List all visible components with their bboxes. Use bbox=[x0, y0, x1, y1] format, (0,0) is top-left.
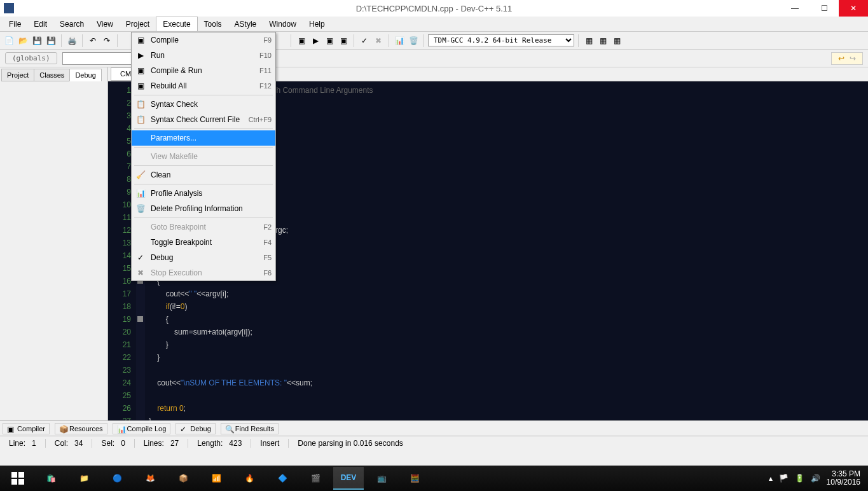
menu-item-syntax-check-current-file[interactable]: 📋Syntax Check Current FileCtrl+F9 bbox=[132, 112, 275, 127]
tool-b-icon[interactable]: ▦ bbox=[596, 34, 609, 47]
menu-astyle[interactable]: AStyle bbox=[228, 17, 263, 31]
statusbar: Line: 1 Col: 34 Sel: 0 Lines: 27 Length:… bbox=[0, 436, 868, 450]
maximize-button[interactable]: ☐ bbox=[809, 0, 839, 17]
menu-item-syntax-check[interactable]: 📋Syntax Check bbox=[132, 97, 275, 112]
save-icon[interactable]: 💾 bbox=[31, 34, 43, 47]
menu-project[interactable]: Project bbox=[120, 17, 156, 31]
minimize-button[interactable]: — bbox=[780, 0, 809, 17]
run-icon: ▶ bbox=[135, 50, 146, 60]
menu-item-compile-run[interactable]: ▣Compile & RunF11 bbox=[132, 63, 275, 78]
menu-item-stop-execution: ✖Stop ExecutionF6 bbox=[132, 265, 275, 280]
bottomtab-compile-log[interactable]: 📊Compile Log bbox=[113, 423, 171, 434]
redo-icon[interactable]: ↷ bbox=[100, 34, 113, 47]
menu-item-profile-analysis[interactable]: 📊Profile Analysis bbox=[132, 186, 275, 201]
task-store[interactable]: 🛍️ bbox=[36, 467, 66, 490]
task-app3[interactable]: 🔷 bbox=[267, 467, 298, 490]
blank-icon bbox=[135, 151, 146, 162]
compiler-select[interactable]: TDM-GCC 4.9.2 64-bit Release bbox=[428, 34, 574, 46]
menu-search[interactable]: Search bbox=[53, 17, 90, 31]
delprofile-icon[interactable]: 🗑️ bbox=[407, 34, 420, 47]
menu-item-debug[interactable]: ✓DebugF5 bbox=[132, 250, 275, 265]
tray-vol-icon[interactable]: 🔊 bbox=[811, 474, 820, 483]
menu-item-toggle-breakpoint[interactable]: Toggle BreakpointF4 bbox=[132, 235, 275, 250]
compile-icon: ▣ bbox=[135, 35, 146, 45]
menu-item-run[interactable]: ▶RunF10 bbox=[132, 48, 275, 63]
tray-flag-icon[interactable]: 🏳️ bbox=[779, 474, 789, 483]
task-firefox[interactable]: 🦊 bbox=[135, 467, 165, 490]
task-calc[interactable]: 🧮 bbox=[399, 467, 430, 490]
toolbar-primary: 📄 📂 💾 💾 🖨️ ↶ ↷ ▣ ▶ ▣ ▣ ✓ ✖ 📊 🗑️ TDM-GCC … bbox=[0, 32, 868, 50]
menu-execute[interactable]: Execute bbox=[156, 17, 197, 31]
profile-icon[interactable]: 📊 bbox=[393, 34, 406, 47]
menu-tools[interactable]: Tools bbox=[198, 17, 228, 31]
blank-icon bbox=[135, 133, 146, 143]
compilerun-icon[interactable]: ▣ bbox=[323, 34, 336, 47]
undo-icon[interactable]: ↶ bbox=[86, 34, 99, 47]
task-explorer[interactable]: 📁 bbox=[69, 467, 99, 490]
windows-taskbar: 🛍️ 📁 🔵 🦊 📦 📶 🔥 🔷 🎬 DEV 📺 🧮 ▴ 🏳️ 🔋 🔊 3:35… bbox=[0, 466, 868, 491]
menu-help[interactable]: Help bbox=[303, 17, 331, 31]
tray-clock[interactable]: 3:35 PM10/9/2016 bbox=[827, 470, 860, 487]
debug-icon[interactable]: ✓ bbox=[358, 34, 371, 47]
task-app5[interactable]: 📺 bbox=[366, 467, 397, 490]
toolbar-secondary: (globals) ↩ ↪ bbox=[0, 50, 868, 67]
delete-icon: 🗑️ bbox=[135, 204, 146, 214]
menu-view[interactable]: View bbox=[90, 17, 120, 31]
tool-c-icon[interactable]: ▦ bbox=[610, 34, 623, 47]
menu-window[interactable]: Window bbox=[263, 17, 303, 31]
profile-icon: 📊 bbox=[135, 188, 146, 198]
start-button[interactable] bbox=[3, 467, 33, 490]
saveall-icon[interactable]: 💾 bbox=[45, 34, 57, 47]
menu-edit[interactable]: Edit bbox=[27, 17, 53, 31]
svg-rect-3 bbox=[18, 479, 24, 485]
menu-item-rebuild-all[interactable]: ▣Rebuild AllF12 bbox=[132, 78, 275, 93]
output-tabs: ▣Compiler📦Resources📊Compile Log✓Debug🔍Fi… bbox=[0, 420, 868, 436]
blank-icon bbox=[135, 237, 146, 247]
compile-icon[interactable]: ▣ bbox=[295, 34, 308, 47]
globals-combo[interactable]: (globals) bbox=[5, 52, 57, 64]
bottomtab-resources[interactable]: 📦Resources bbox=[55, 423, 107, 434]
tray-up-icon[interactable]: ▴ bbox=[769, 474, 773, 483]
find results-icon: 🔍 bbox=[225, 425, 233, 432]
open-icon[interactable]: 📂 bbox=[17, 34, 29, 47]
menubar: FileEditSearchViewProjectExecuteToolsASt… bbox=[0, 17, 868, 32]
debug-icon: ✓ bbox=[180, 425, 188, 432]
bottomtab-compiler[interactable]: ▣Compiler bbox=[3, 423, 50, 434]
run-icon[interactable]: ▶ bbox=[309, 34, 322, 47]
menu-item-parameters-[interactable]: Parameters... bbox=[132, 130, 275, 146]
bottomtab-find-results[interactable]: 🔍Find Results bbox=[221, 423, 279, 434]
menu-item-view-makefile: View Makefile bbox=[132, 149, 275, 164]
nav-back-icon[interactable]: ↩ bbox=[838, 54, 844, 63]
tray-battery-icon[interactable]: 🔋 bbox=[795, 474, 804, 483]
sidetab-project[interactable]: Project bbox=[1, 69, 34, 81]
resources-icon: 📦 bbox=[59, 425, 67, 432]
bottomtab-debug[interactable]: ✓Debug bbox=[176, 423, 215, 434]
stop-icon[interactable]: ✖ bbox=[372, 34, 385, 47]
menu-item-delete-profiling-information[interactable]: 🗑️Delete Profiling Information bbox=[132, 201, 275, 216]
menu-item-clean[interactable]: 🧹Clean bbox=[132, 167, 275, 183]
debug-icon: ✓ bbox=[135, 252, 146, 263]
rebuild-icon[interactable]: ▣ bbox=[337, 34, 350, 47]
nav-fwd-icon[interactable]: ↪ bbox=[850, 54, 856, 63]
task-app1[interactable]: 📦 bbox=[168, 467, 198, 490]
svg-rect-2 bbox=[11, 479, 17, 485]
system-tray[interactable]: ▴ 🏳️ 🔋 🔊 3:35 PM10/9/2016 bbox=[769, 470, 865, 487]
task-app4[interactable]: 🎬 bbox=[300, 467, 331, 490]
clean-icon: 🧹 bbox=[135, 170, 146, 180]
close-button[interactable]: ✕ bbox=[839, 0, 868, 17]
new-file-icon[interactable]: 📄 bbox=[3, 34, 15, 47]
menu-file[interactable]: File bbox=[3, 17, 27, 31]
sidetab-debug[interactable]: Debug bbox=[69, 69, 101, 81]
task-devcpp[interactable]: DEV bbox=[333, 467, 364, 490]
blank-icon bbox=[135, 222, 146, 232]
rebuild-icon: ▣ bbox=[135, 81, 146, 91]
menu-item-goto-breakpoint: Goto BreakpointF2 bbox=[132, 219, 275, 235]
task-chrome[interactable]: 🔵 bbox=[102, 467, 132, 490]
sidebar: ProjectClassesDebug bbox=[0, 67, 108, 420]
sidetab-classes[interactable]: Classes bbox=[34, 69, 70, 81]
menu-item-compile[interactable]: ▣CompileF9 bbox=[132, 32, 275, 48]
print-icon[interactable]: 🖨️ bbox=[65, 34, 78, 47]
tool-a-icon[interactable]: ▦ bbox=[582, 34, 595, 47]
task-app2[interactable]: 🔥 bbox=[234, 467, 265, 490]
task-wifi[interactable]: 📶 bbox=[201, 467, 231, 490]
